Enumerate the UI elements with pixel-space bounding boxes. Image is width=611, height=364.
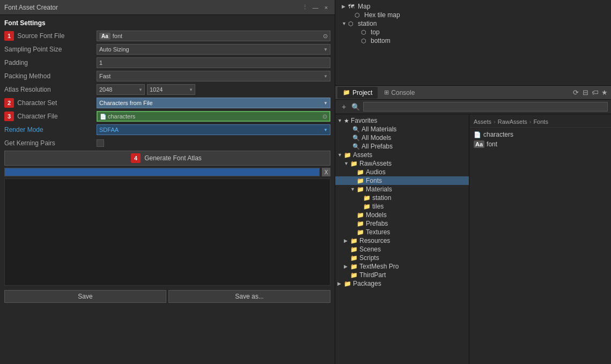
all-models-item[interactable]: 🔍 All Models (335, 133, 469, 142)
scripts-folder-icon: 📁 (350, 255, 358, 262)
tree-item-hextilemap[interactable]: ⬡ Hex tile map (340, 11, 607, 19)
character-set-row: 2 Character Set Characters from File ▼ (4, 97, 330, 109)
packing-value: Fast (99, 73, 111, 79)
tab-project[interactable]: 📁 Project (337, 87, 378, 99)
prefabs-folder-icon: 📁 (357, 220, 364, 227)
tree-item-station[interactable]: ▼ ⬡ station (340, 19, 607, 28)
atlas-height-dropdown[interactable]: 1024 ▼ (147, 84, 195, 95)
textmeshpro-folder[interactable]: ▶ 📁 TextMesh Pro (335, 262, 469, 271)
rawassets-folder[interactable]: ▼ 📁 RawAssets (335, 159, 469, 168)
tree-icon-map: 🗺 (348, 3, 357, 10)
station-folder[interactable]: 📁 station (335, 194, 469, 202)
tree-label-bottom: bottom (371, 37, 391, 44)
asset-characters-label: characters (483, 131, 513, 138)
character-file-control[interactable]: 📄 characters ⊙ (97, 111, 330, 122)
source-font-picker-icon[interactable]: ⊙ (323, 33, 328, 40)
asset-characters-icon: 📄 (474, 131, 481, 138)
prefabs-folder[interactable]: 📁 Prefabs (335, 219, 469, 228)
atlas-height-arrow: ▼ (189, 87, 193, 92)
atlas-resolution-controls: 2048 ▼ 1024 ▼ (97, 84, 330, 95)
project-tag-icon[interactable]: 🏷 (591, 88, 599, 97)
project-refresh-icon[interactable]: ⟳ (571, 88, 580, 97)
project-search-input[interactable] (363, 102, 608, 112)
panel-titlebar: Font Asset Creator ⋮ — × (0, 0, 335, 15)
render-mode-dropdown[interactable]: SDFAA ▼ (97, 124, 330, 135)
scene-tree-area: ▶ 🗺 Map ⬡ Hex tile map ▼ ⬡ station ⬡ top… (335, 0, 611, 86)
audios-folder[interactable]: 📁 Audios (335, 168, 469, 176)
progress-bar (4, 168, 320, 176)
progress-cancel-button[interactable]: X (322, 168, 330, 176)
annotation-badge-4: 4 (131, 153, 141, 163)
breadcrumb-fonts: Fonts (533, 118, 548, 125)
all-models-icon: 🔍 (352, 135, 360, 142)
project-layout-icon[interactable]: ⊟ (581, 88, 590, 97)
tab-console[interactable]: ⊞ Console (379, 87, 420, 99)
annotation-badge-3: 3 (4, 112, 14, 121)
project-tab-icon: 📁 (343, 89, 350, 96)
font-type-badge: Aa (99, 33, 111, 40)
materials-folder-icon: 📁 (357, 186, 364, 193)
textures-label: Textures (366, 228, 390, 236)
console-tab-icon: ⊞ (384, 89, 389, 96)
panel-content: Font Settings 1 Source Font File Aa font… (0, 15, 335, 364)
source-font-value: font (113, 33, 122, 39)
save-as-button[interactable]: Save as... (168, 290, 330, 303)
rawassets-folder-icon: 📁 (350, 160, 358, 167)
atlas-resolution-label: Atlas Resolution (4, 86, 97, 93)
close-icon[interactable]: × (322, 3, 330, 12)
scenes-label: Scenes (359, 246, 381, 253)
fonts-folder[interactable]: 📁 Fonts (335, 176, 469, 185)
atlas-resolution-row: Atlas Resolution 2048 ▼ 1024 ▼ (4, 84, 330, 95)
packing-dropdown[interactable]: Fast ▼ (97, 71, 330, 81)
kerning-label: Get Kerning Pairs (4, 139, 97, 147)
tree-label-hex: Hex tile map (364, 11, 400, 19)
padding-row: Padding (4, 57, 330, 69)
packages-folder[interactable]: ▶ 📁 Packages (335, 279, 469, 288)
assets-folder[interactable]: ▼ 📁 Assets (335, 151, 469, 159)
thirdpart-folder[interactable]: 📁 ThirdPart (335, 271, 469, 279)
character-set-arrow: ▼ (323, 101, 328, 106)
menu-icon[interactable]: ⋮ (300, 3, 309, 12)
materials-arrow: ▼ (350, 187, 357, 192)
character-file-picker-icon[interactable]: ⊙ (322, 113, 327, 120)
project-star-icon[interactable]: ★ (600, 88, 609, 97)
tiles-folder[interactable]: 📁 tiles (335, 202, 469, 211)
tree-item-map[interactable]: ▶ 🗺 Map (340, 2, 607, 11)
models-folder[interactable]: 📁 Models (335, 211, 469, 219)
favorites-folder[interactable]: ▼ ★ Favorites (335, 116, 469, 125)
kerning-checkbox[interactable] (97, 139, 104, 147)
textmeshpro-arrow: ▶ (344, 264, 350, 269)
asset-characters[interactable]: 📄 characters (472, 130, 609, 139)
station-tree-arrow (357, 195, 363, 200)
all-prefabs-item[interactable]: 🔍 All Prefabs (335, 142, 469, 151)
padding-input[interactable] (97, 57, 330, 68)
scripts-arrow (344, 255, 350, 261)
source-font-control[interactable]: Aa font ⊙ (97, 31, 330, 41)
resources-folder[interactable]: ▶ 📁 Resources (335, 236, 469, 245)
scripts-folder[interactable]: 📁 Scripts (335, 254, 469, 262)
all-materials-icon: 🔍 (352, 126, 360, 133)
character-set-dropdown[interactable]: Characters from File ▼ (97, 98, 330, 108)
save-button[interactable]: Save (4, 290, 166, 303)
all-prefabs-icon: 🔍 (352, 143, 360, 150)
thirdpart-arrow (344, 272, 350, 278)
scripts-label: Scripts (359, 254, 379, 262)
project-panel: 📁 Project ⊞ Console ⟳ ⊟ 🏷 ★ + 🔍 (335, 86, 611, 364)
asset-font[interactable]: Aa font (472, 139, 609, 149)
sampling-dropdown[interactable]: Auto Sizing ▼ (97, 44, 330, 55)
packing-row: Packing Method Fast ▼ (4, 70, 330, 82)
add-icon[interactable]: + (338, 101, 349, 112)
all-materials-item[interactable]: 🔍 All Materials (335, 125, 469, 133)
right-area: ▶ 🗺 Map ⬡ Hex tile map ▼ ⬡ station ⬡ top… (335, 0, 611, 364)
tree-item-top[interactable]: ⬡ top (340, 28, 607, 36)
textures-folder[interactable]: 📁 Textures (335, 228, 469, 236)
tree-item-bottom[interactable]: ⬡ bottom (340, 36, 607, 45)
atlas-width-dropdown[interactable]: 2048 ▼ (97, 84, 145, 95)
materials-folder[interactable]: ▼ 📁 Materials (335, 185, 469, 194)
minimize-icon[interactable]: — (311, 3, 320, 12)
generate-btn-label: Generate Font Atlas (144, 154, 202, 162)
scenes-folder[interactable]: 📁 Scenes (335, 245, 469, 254)
textmeshpro-label: TextMesh Pro (359, 263, 399, 270)
packages-folder-icon: 📁 (344, 280, 351, 287)
generate-font-atlas-button[interactable]: 4 Generate Font Atlas (4, 151, 330, 166)
